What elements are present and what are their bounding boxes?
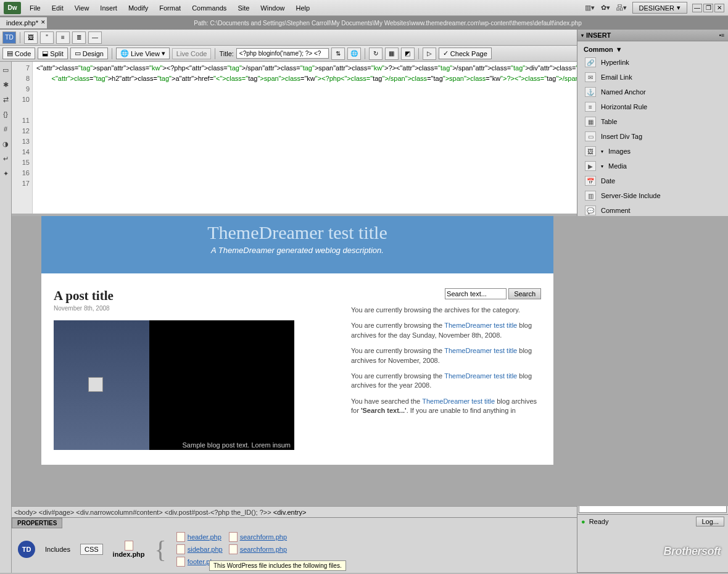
- list-ol-icon[interactable]: ≣: [72, 31, 86, 44]
- document-title-input[interactable]: [236, 48, 329, 59]
- insert-media[interactable]: ▶▾ Media: [580, 159, 726, 173]
- extend-dropdown-icon[interactable]: ✿▾: [600, 2, 611, 14]
- include-file-link[interactable]: header.php: [176, 532, 223, 542]
- visual-aids-icon[interactable]: ◩: [401, 48, 415, 60]
- menu-format[interactable]: Format: [154, 2, 186, 14]
- close-tab-icon[interactable]: ✕: [41, 19, 46, 25]
- split-view-button[interactable]: ⬓ Split: [38, 48, 67, 59]
- themedreamer-icon[interactable]: TD: [2, 31, 16, 44]
- menu-window[interactable]: Window: [255, 2, 289, 14]
- refresh-icon[interactable]: ↻: [369, 48, 383, 60]
- highlight-icon[interactable]: ◑: [0, 138, 11, 149]
- insert-insert-div-tag[interactable]: ▭Insert Div Tag: [580, 129, 726, 144]
- menu-insert[interactable]: Insert: [95, 2, 122, 14]
- table-icon: ▦: [585, 117, 596, 127]
- search-input[interactable]: [445, 288, 507, 299]
- insert-image-icon[interactable]: 🖼: [24, 31, 38, 44]
- archive-link[interactable]: ThemeDreamer test title: [422, 397, 495, 405]
- menu-commands[interactable]: Commands: [187, 2, 231, 14]
- tag-selector[interactable]: <div.post#post-<?php the_ID(); ?>>: [165, 509, 271, 516]
- preview-browser-icon[interactable]: 🌐: [347, 48, 361, 60]
- menu-view[interactable]: View: [70, 2, 94, 14]
- syntax-coloring-icon[interactable]: ✦: [0, 168, 11, 179]
- balance-braces-icon[interactable]: {}: [0, 109, 11, 120]
- date-icon: 📅: [585, 176, 596, 186]
- tag-selector[interactable]: <div#page>: [39, 509, 75, 516]
- include-file-link[interactable]: searchform.php: [229, 544, 287, 554]
- open-documents-icon[interactable]: ▭: [0, 64, 11, 75]
- sidebar-archive-text: You are currently browsing the ThemeDrea…: [351, 346, 541, 365]
- site-title: ThemeDreamer test title: [41, 222, 553, 243]
- insert-date[interactable]: 📅Date: [580, 173, 726, 188]
- insert-hyperlink[interactable]: 🔗Hyperlink: [580, 55, 726, 70]
- list-ul-icon[interactable]: ≡: [56, 31, 70, 44]
- insert-hr-icon[interactable]: —: [88, 31, 102, 44]
- file-icon: [125, 541, 133, 551]
- menu-help[interactable]: Help: [291, 2, 315, 14]
- tag-selector[interactable]: <div.narrowcolumn#content>: [76, 509, 162, 516]
- design-view-button[interactable]: ▭ Design: [70, 48, 108, 59]
- properties-tab[interactable]: PROPERTIES: [12, 518, 62, 528]
- validate-icon[interactable]: ▷: [423, 48, 436, 60]
- site-dropdown-icon[interactable]: 品▾: [616, 2, 627, 14]
- chevron-down-icon: ▾: [677, 4, 680, 12]
- expand-icon[interactable]: ⇄: [0, 94, 11, 105]
- panel-menu-icon[interactable]: ▪≡: [719, 32, 724, 38]
- insert-horizontal-rule[interactable]: ≡Horizontal Rule: [580, 99, 726, 114]
- site-tagline: A ThemeDreamer generated weblog descript…: [41, 246, 553, 255]
- file-management-icon[interactable]: ⇅: [331, 48, 345, 60]
- menu-site[interactable]: Site: [233, 2, 254, 14]
- brace-icon: {: [155, 535, 167, 564]
- document-tab[interactable]: index.php*✕: [0, 17, 48, 28]
- layout-dropdown-icon[interactable]: ▥▾: [584, 2, 595, 14]
- restore-button[interactable]: ❐: [703, 4, 713, 12]
- main-menu: FileEditViewInsertModifyFormatCommandsSi…: [25, 2, 315, 14]
- close-button[interactable]: ✕: [714, 4, 724, 12]
- includes-label: Includes: [45, 546, 70, 553]
- css-button[interactable]: CSS: [80, 544, 103, 555]
- insert-div-tag-icon: ▭: [585, 131, 596, 141]
- collapse-icon[interactable]: ✱: [0, 79, 11, 90]
- insert-category[interactable]: Common ▼: [580, 44, 726, 55]
- media-icon: ▶: [585, 161, 596, 171]
- sidebar-archive-text: You are currently browsing the ThemeDrea…: [351, 372, 541, 391]
- archive-link[interactable]: ThemeDreamer test title: [444, 372, 517, 380]
- check-page-button[interactable]: ✓ Check Page: [439, 48, 492, 59]
- submenu-arrow-icon: ▾: [601, 149, 603, 154]
- view-options-icon[interactable]: ▦: [385, 48, 399, 60]
- line-gutter: 7891011121314151617: [12, 62, 33, 214]
- tag-selector[interactable]: <div.entry>: [273, 509, 307, 516]
- archive-link[interactable]: ThemeDreamer test title: [444, 322, 517, 329]
- live-view-button[interactable]: 🌐 Live View ▾: [116, 48, 170, 59]
- insert-server-side-include[interactable]: ▥Server-Side Include: [580, 188, 726, 203]
- status-indicator-icon: ●: [581, 518, 585, 525]
- menu-bar: Dw FileEditViewInsertModifyFormatCommand…: [0, 0, 728, 16]
- file-icon: [176, 532, 185, 542]
- includes-tooltip: This WordPress file includes the followi…: [209, 560, 346, 571]
- archive-link[interactable]: ThemeDreamer test title: [444, 347, 517, 354]
- insert-email-link[interactable]: ✉Email Link: [580, 70, 726, 85]
- menu-edit[interactable]: Edit: [47, 2, 68, 14]
- code-view-button[interactable]: ▤ Code: [2, 48, 35, 59]
- search-button[interactable]: Search: [508, 288, 541, 299]
- workspace-switcher[interactable]: DESIGNER▾: [632, 2, 687, 14]
- design-view[interactable]: ThemeDreamer test title A ThemeDreamer g…: [12, 216, 728, 506]
- file-icon: [176, 557, 185, 567]
- tag-selector[interactable]: <body>: [14, 509, 37, 516]
- image-placeholder-icon: [88, 377, 103, 392]
- include-file-link[interactable]: searchform.php: [229, 532, 287, 542]
- log-button[interactable]: Log...: [696, 517, 724, 526]
- insert-named-anchor[interactable]: ⚓Named Anchor: [580, 85, 726, 99]
- title-label: Title:: [219, 50, 233, 57]
- menu-file[interactable]: File: [25, 2, 46, 14]
- include-file-link[interactable]: sidebar.php: [176, 544, 223, 554]
- minimize-button[interactable]: —: [692, 4, 702, 12]
- insert-table[interactable]: ▦Table: [580, 114, 726, 129]
- sidebar-archive-text: You have searched the ThemeDreamer test …: [351, 397, 541, 416]
- post-image: Sample blog post text. Lorem insum: [54, 320, 294, 450]
- quote-icon[interactable]: ": [40, 31, 54, 44]
- word-wrap-icon[interactable]: ↵: [0, 153, 11, 164]
- insert-images[interactable]: 🖼▾ Images: [580, 144, 726, 159]
- line-numbers-icon[interactable]: #: [0, 123, 11, 135]
- menu-modify[interactable]: Modify: [123, 2, 153, 14]
